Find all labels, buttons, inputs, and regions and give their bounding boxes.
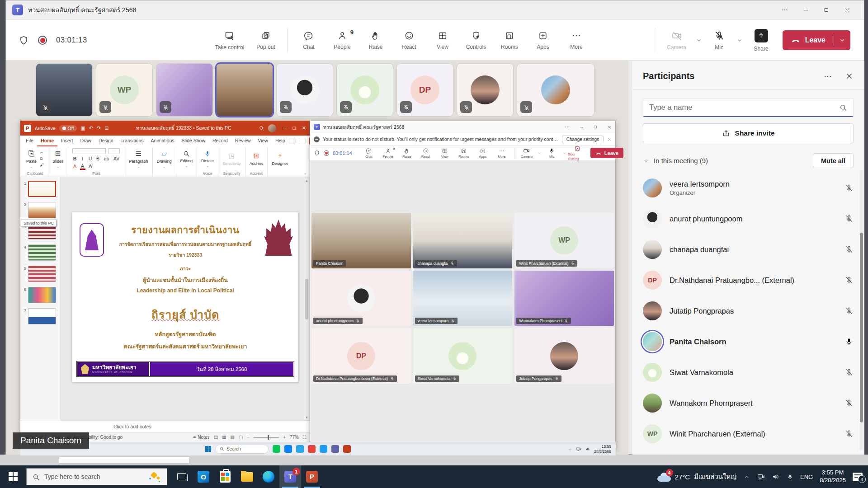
show-hidden-icons-chevron[interactable] [743,474,750,480]
mic-button[interactable]: Mic [707,23,732,58]
copy-icon[interactable]: ⧉ [40,156,44,161]
italic-icon[interactable]: I [80,156,85,161]
participant-row[interactable]: WP Winit Pharcharuen (External) [632,418,864,449]
window-more-icon[interactable] [774,0,795,19]
font-color-icon[interactable]: A [80,163,85,170]
volume-icon[interactable] [772,473,780,481]
rooms-button[interactable]: Rooms [493,23,526,58]
chat-button[interactable]: Chat [292,23,326,58]
microphone-tray-icon[interactable] [787,474,793,480]
clear-format-icon[interactable]: A̸ [88,164,93,169]
ppt-maximize-icon[interactable]: □ [292,125,296,131]
video-tile[interactable]: Siwat Varnakomola [413,328,513,384]
banner-close-icon[interactable] [607,137,612,142]
fit-to-window-icon[interactable]: ⛶ [303,435,306,440]
close-icon[interactable] [837,0,858,19]
inner-apps-button[interactable]: Apps [473,148,492,159]
inner-maximize-icon[interactable] [593,125,598,129]
zoom-in-icon[interactable]: + [283,435,286,440]
participant-row[interactable]: Jutatip Pongprapas [632,296,864,326]
apps-button[interactable]: Apps [526,23,560,58]
video-tile[interactable] [277,64,333,116]
participant-row[interactable]: chanapa duangfai [632,234,864,265]
network-icon[interactable] [757,473,765,481]
tab-transitions[interactable]: Transitions [117,136,147,146]
bold-icon[interactable]: B [72,156,78,161]
slide-thumbnail-4[interactable]: 4 [22,244,58,261]
slide-canvas[interactable]: รายงานผลการดำเนินงาน การจัดการเรียนการสอ… [72,212,298,382]
tab-view[interactable]: View [254,136,272,146]
tab-slideshow[interactable]: Slide Show [178,136,209,146]
char-spacing-icon[interactable]: ab [103,156,110,161]
editing-button[interactable]: Editing⌄ [180,150,193,168]
change-settings-button[interactable]: Change settings [562,136,604,143]
notes-toggle[interactable]: ≐ Notes [193,435,209,440]
format-painter-icon[interactable]: 🖌 [40,163,44,167]
strikethrough-icon[interactable]: S [95,156,101,161]
inner-more-button[interactable]: More [492,148,511,159]
active-mic-icon[interactable] [844,337,854,346]
video-tile[interactable] [156,64,212,116]
taskbar-search-input[interactable] [44,473,143,480]
video-tile[interactable] [337,64,393,116]
participants-scrollbar[interactable] [860,169,863,450]
microsoft-store-taskbar-icon[interactable] [214,465,236,488]
muted-mic-icon[interactable] [844,429,854,438]
inner-camera-button[interactable]: Camera [517,147,536,159]
drawing-button[interactable]: ▱Drawing⌄ [157,150,172,169]
slide-thumbnail-1[interactable]: 1 [22,181,58,197]
muted-mic-icon[interactable] [844,183,854,192]
inner-view-button[interactable]: View [435,148,454,159]
share-invite-button[interactable]: Share invite [643,123,854,143]
ppt-close-icon[interactable]: ✕ [302,125,306,131]
video-tile[interactable]: Jutatip Pongprapas [514,328,614,384]
file-explorer-taskbar-icon[interactable] [236,465,258,488]
pop-out-button[interactable]: Pop out [249,23,283,58]
video-tile[interactable]: WP [96,64,152,116]
tab-design[interactable]: Design [95,136,117,146]
inner-rooms-button[interactable]: Rooms [454,148,473,159]
video-tile[interactable]: Wannakorn Phomprasert [514,271,614,326]
slide-sorter-icon[interactable]: ▦ [222,435,226,440]
font-size-select[interactable] [108,148,120,154]
share-button[interactable]: Share [747,23,775,58]
camera-button[interactable]: Camera [662,23,691,58]
inner-people-button[interactable]: 9People [378,148,397,159]
muted-mic-icon[interactable] [844,245,854,254]
react-button[interactable]: React [392,23,426,58]
participant-search-input[interactable] [649,103,839,112]
controls-button[interactable]: Controls [459,23,493,58]
tab-review[interactable]: Review [231,136,254,146]
stop-sharing-button[interactable]: Stop sharing [568,145,587,160]
video-tile[interactable]: anurat phuntungpoom [311,271,411,326]
text-highlight-icon[interactable]: A [72,164,78,169]
inner-mic-button[interactable]: Mic [542,147,561,159]
video-tile[interactable] [457,64,513,116]
ppt-minimize-icon[interactable]: ─ [283,125,286,131]
taskbar-clock[interactable]: 3:55 PM8/28/2025 [820,469,846,484]
video-tile[interactable]: chanapa duangfai [413,213,513,268]
action-center-icon[interactable]: 4 [853,473,863,481]
tab-record[interactable]: Record [209,136,231,146]
paragraph-button[interactable]: ☰Paragraph⌄ [129,150,148,169]
start-button[interactable] [0,465,26,488]
save-icon[interactable]: ▣ [80,125,85,131]
raise-hand-button[interactable]: Raise [359,23,392,58]
mic-options-chevron[interactable] [735,23,745,58]
leave-options-chevron[interactable] [834,37,850,44]
inner-chat-button[interactable]: Chat [359,148,378,159]
video-tile-active-speaker[interactable] [217,64,273,116]
leave-button[interactable]: Leave [783,30,850,50]
weather-widget[interactable]: 4 27°C มีเมฆส่วนใหญ่ [657,471,736,482]
inner-camera-chevron[interactable] [537,149,542,157]
participant-row[interactable]: veera lertsompornOrganizer [632,173,864,203]
muted-mic-icon[interactable] [844,399,854,408]
inner-mic-chevron[interactable] [562,149,567,157]
notes-pane[interactable]: Click to add notes [20,421,310,432]
video-tile[interactable]: veera lertsomporn [413,271,513,326]
more-button[interactable]: More [560,23,593,58]
people-button[interactable]: 9 People [326,23,359,58]
inner-more-icon[interactable] [565,124,570,130]
cut-icon[interactable]: ✂ [40,150,44,155]
teams-taskbar-icon[interactable]: T1 [279,465,301,488]
